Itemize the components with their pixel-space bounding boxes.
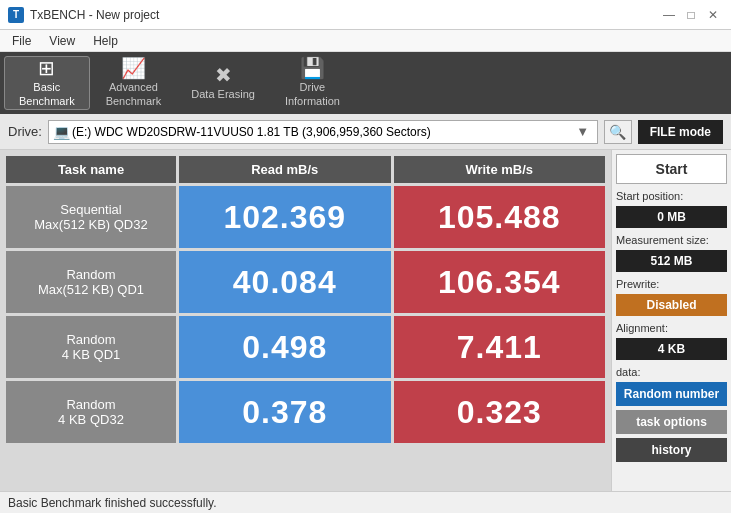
- data-erasing-label: Data Erasing: [191, 88, 255, 101]
- bench-row-1: Sequential Max(512 KB) QD32 102.369 105.…: [6, 186, 605, 248]
- alignment-value: 4 KB: [616, 338, 727, 360]
- window-title: TxBENCH - New project: [30, 8, 159, 22]
- bench-row-2-write: 106.354: [394, 251, 606, 313]
- bench-header: Task name Read mB/s Write mB/s: [6, 156, 605, 183]
- toolbar-data-erasing[interactable]: ✖ Data Erasing: [177, 56, 269, 110]
- bench-row-1-label: Sequential Max(512 KB) QD32: [6, 186, 176, 248]
- bench-row-1-read: 102.369: [179, 186, 391, 248]
- drive-refresh-button[interactable]: 🔍: [604, 120, 632, 144]
- alignment-label: Alignment:: [616, 322, 727, 334]
- prewrite-label: Prewrite:: [616, 278, 727, 290]
- title-controls: — □ ✕: [659, 5, 723, 25]
- data-erasing-icon: ✖: [215, 65, 232, 85]
- start-button[interactable]: Start: [616, 154, 727, 184]
- bench-row-3-label: Random 4 KB QD1: [6, 316, 176, 378]
- bench-row-4-label: Random 4 KB QD32: [6, 381, 176, 443]
- data-label: data:: [616, 366, 727, 378]
- measurement-size-value: 512 MB: [616, 250, 727, 272]
- task-options-button[interactable]: task options: [616, 410, 727, 434]
- bench-row-4-read: 0.378: [179, 381, 391, 443]
- basic-benchmark-label: Basic Benchmark: [19, 81, 75, 107]
- bench-row-2-label: Random Max(512 KB) QD1: [6, 251, 176, 313]
- header-task-name: Task name: [6, 156, 176, 183]
- menu-file[interactable]: File: [4, 32, 39, 50]
- drive-value: (E:) WDC WD20SDRW-11VUUS0 1.81 TB (3,906…: [72, 125, 571, 139]
- data-value-button[interactable]: Random number: [616, 382, 727, 406]
- advanced-benchmark-icon: 📈: [121, 58, 146, 78]
- menu-view[interactable]: View: [41, 32, 83, 50]
- maximize-button[interactable]: □: [681, 5, 701, 25]
- drive-information-label: DriveInformation: [285, 81, 340, 107]
- history-button[interactable]: history: [616, 438, 727, 462]
- bench-row-4-write: 0.323: [394, 381, 606, 443]
- bench-row-3-write: 7.411: [394, 316, 606, 378]
- main-content: Task name Read mB/s Write mB/s Sequentia…: [0, 150, 731, 491]
- drive-selector[interactable]: 💻 (E:) WDC WD20SDRW-11VUUS0 1.81 TB (3,9…: [48, 120, 598, 144]
- bench-row-3: Random 4 KB QD1 0.498 7.411: [6, 316, 605, 378]
- drive-row: Drive: 💻 (E:) WDC WD20SDRW-11VUUS0 1.81 …: [0, 114, 731, 150]
- toolbar-drive-information[interactable]: 💾 DriveInformation: [271, 56, 354, 110]
- sidebar: Start Start position: 0 MB Measurement s…: [611, 150, 731, 491]
- bench-row-2-read: 40.084: [179, 251, 391, 313]
- app-icon: T: [8, 7, 24, 23]
- minimize-button[interactable]: —: [659, 5, 679, 25]
- bench-row-3-read: 0.498: [179, 316, 391, 378]
- header-write: Write mB/s: [394, 156, 606, 183]
- status-bar: Basic Benchmark finished successfully.: [0, 491, 731, 513]
- drive-selector-icon: 💻: [53, 124, 70, 140]
- toolbar: ⊞ Basic Benchmark 📈 AdvancedBenchmark ✖ …: [0, 52, 731, 114]
- bench-row-1-write: 105.488: [394, 186, 606, 248]
- advanced-benchmark-label: AdvancedBenchmark: [106, 81, 162, 107]
- bench-row-4: Random 4 KB QD32 0.378 0.323: [6, 381, 605, 443]
- prewrite-value: Disabled: [616, 294, 727, 316]
- file-mode-button[interactable]: FILE mode: [638, 120, 723, 144]
- status-text: Basic Benchmark finished successfully.: [8, 496, 217, 510]
- drive-label: Drive:: [8, 124, 42, 139]
- close-button[interactable]: ✕: [703, 5, 723, 25]
- header-read: Read mB/s: [179, 156, 391, 183]
- drive-information-icon: 💾: [300, 58, 325, 78]
- menu-bar: File View Help: [0, 30, 731, 52]
- title-bar: T TxBENCH - New project — □ ✕: [0, 0, 731, 30]
- toolbar-basic-benchmark[interactable]: ⊞ Basic Benchmark: [4, 56, 90, 110]
- title-bar-left: T TxBENCH - New project: [8, 7, 159, 23]
- drive-dropdown-arrow: ▼: [573, 124, 593, 139]
- measurement-size-label: Measurement size:: [616, 234, 727, 246]
- start-position-label: Start position:: [616, 190, 727, 202]
- start-position-value: 0 MB: [616, 206, 727, 228]
- benchmark-area: Task name Read mB/s Write mB/s Sequentia…: [0, 150, 611, 491]
- toolbar-advanced-benchmark[interactable]: 📈 AdvancedBenchmark: [92, 56, 176, 110]
- bench-row-2: Random Max(512 KB) QD1 40.084 106.354: [6, 251, 605, 313]
- menu-help[interactable]: Help: [85, 32, 126, 50]
- basic-benchmark-icon: ⊞: [38, 58, 55, 78]
